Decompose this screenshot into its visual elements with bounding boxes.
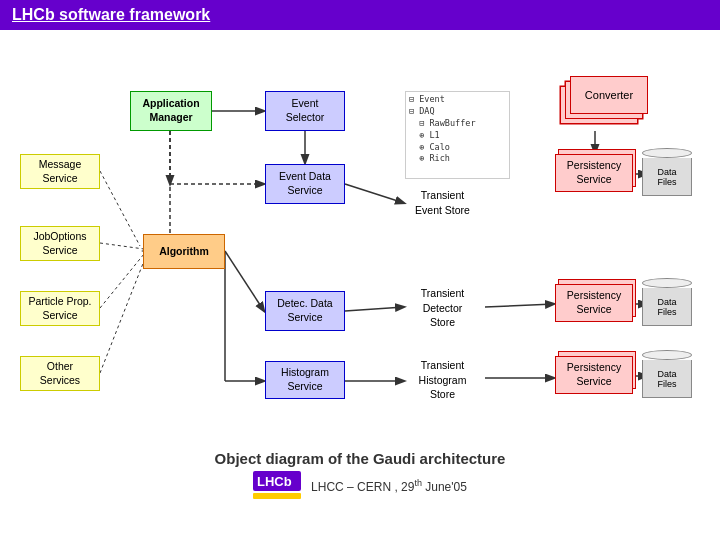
event-selector-box: EventSelector <box>265 91 345 131</box>
transient-histogram-store-box: TransientHistogramStore <box>400 356 485 404</box>
persistency-service-3-box: PersistencyService <box>555 356 633 394</box>
joboptions-service-box: JobOptionsService <box>20 226 100 261</box>
lhcb-logo: LHCb <box>253 471 301 499</box>
header-title: LHCb software framework <box>12 6 210 23</box>
svg-text:LHCb: LHCb <box>257 474 292 489</box>
detec-data-service-box: Detec. DataService <box>265 291 345 331</box>
data-files-3: DataFiles <box>642 350 692 398</box>
svg-line-9 <box>225 251 264 311</box>
object-diagram-text: Object diagram of the Gaudi architecture <box>215 450 506 467</box>
event-data-service-box: Event DataService <box>265 164 345 204</box>
histogram-service-box: HistogramService <box>265 361 345 399</box>
lhcc-text: LHCC – CERN , 29th June'05 <box>311 478 467 494</box>
particle-prop-service-box: Particle Prop.Service <box>20 291 100 326</box>
application-manager-box: ApplicationManager <box>130 91 212 131</box>
data-files-2: DataFiles <box>642 278 692 326</box>
svg-line-21 <box>100 261 144 373</box>
data-files-1: DataFiles <box>642 148 692 196</box>
bottom-bar: LHCb LHCC – CERN , 29th June'05 <box>253 471 467 499</box>
svg-rect-26 <box>253 493 301 499</box>
lhcc-suffix: June'05 <box>422 480 467 494</box>
svg-line-13 <box>485 304 554 307</box>
svg-line-12 <box>345 307 404 311</box>
svg-line-20 <box>100 254 144 308</box>
persistency-service-1-box: PersistencyService <box>555 154 633 192</box>
persistency-service-2-box: PersistencyService <box>555 284 633 322</box>
diagram-area: ApplicationManager EventSelector Convert… <box>10 36 710 446</box>
transient-event-store-box: TransientEvent Store <box>400 184 485 222</box>
message-service-box: MessageService <box>20 154 100 189</box>
converter-box: Converter <box>570 76 648 114</box>
other-services-box: OtherServices <box>20 356 100 391</box>
event-tree: ⊟ Event ⊟ DAQ ⊟ RawBuffer ⊕ L1 ⊕ Calo ⊕ … <box>405 91 510 179</box>
svg-line-18 <box>100 171 140 246</box>
page-title: LHCb software framework <box>0 0 720 30</box>
transient-detector-store-box: TransientDetectorStore <box>400 284 485 332</box>
svg-line-6 <box>345 184 404 203</box>
lhcc-sup: th <box>414 478 422 488</box>
algorithm-box: Algorithm <box>143 234 225 269</box>
lhcc-label: LHCC – CERN , 29 <box>311 480 414 494</box>
svg-line-19 <box>100 243 144 249</box>
footer-label: Object diagram of the Gaudi architecture <box>215 450 506 467</box>
